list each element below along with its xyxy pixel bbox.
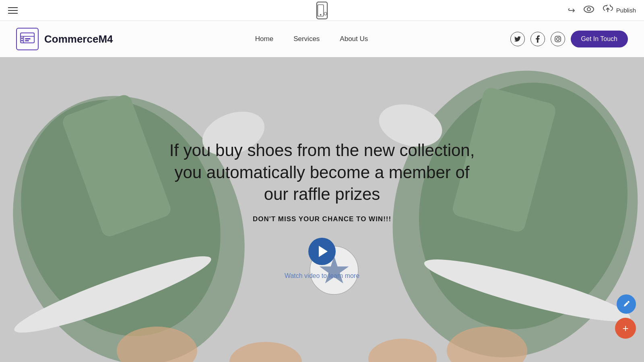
nav-about-us[interactable]: About Us: [340, 35, 368, 43]
hamburger-menu-icon[interactable]: [8, 7, 18, 14]
logo-icon: [16, 28, 39, 50]
site-logo: CommerceM4: [16, 28, 113, 50]
hero-content: If you buy shoes from the new collection…: [0, 21, 644, 362]
toolbar-center: [316, 2, 328, 19]
site-header: CommerceM4 Home Services About Us: [0, 21, 644, 57]
top-toolbar: ↩ Publish: [0, 0, 644, 21]
svg-rect-24: [25, 38, 30, 39]
svg-rect-25: [25, 40, 29, 41]
facebook-social-button[interactable]: [530, 32, 545, 46]
toolbar-right: ↩ Publish: [568, 5, 636, 16]
preview-eye-icon[interactable]: [583, 5, 594, 15]
svg-point-1: [320, 14, 321, 15]
svg-point-29: [556, 38, 559, 41]
instagram-social-button[interactable]: [551, 32, 565, 46]
publish-label: Publish: [616, 7, 636, 14]
watch-video-link[interactable]: Watch video to learn more: [285, 272, 359, 280]
svg-point-2: [584, 6, 594, 12]
hero-subheadline: DON'T MISS YOUR CHANCE TO WIN!!!: [253, 215, 391, 223]
svg-rect-26: [21, 37, 23, 39]
svg-rect-27: [21, 40, 23, 41]
svg-point-30: [559, 37, 560, 38]
nav-home[interactable]: Home: [255, 35, 273, 43]
cloud-upload-icon: [603, 5, 613, 16]
publish-button[interactable]: Publish: [603, 5, 636, 16]
site-logo-text: CommerceM4: [44, 33, 113, 45]
svg-rect-28: [555, 36, 561, 42]
svg-point-3: [587, 8, 590, 11]
get-in-touch-button[interactable]: Get In Touch: [571, 31, 628, 47]
undo-icon[interactable]: ↩: [568, 5, 575, 16]
edit-fab-button[interactable]: [617, 294, 636, 314]
toolbar-left: [8, 7, 18, 14]
add-fab-button[interactable]: +: [615, 318, 636, 339]
twitter-social-button[interactable]: [510, 32, 525, 46]
site-nav: Home Services About Us: [255, 35, 368, 43]
website-preview-area: CommerceM4 Home Services About Us: [0, 21, 644, 362]
hero-headline: If you buy shoes from the new collection…: [165, 140, 479, 206]
mobile-preview-icon[interactable]: [316, 2, 328, 19]
play-triangle-icon: [319, 246, 328, 257]
nav-services[interactable]: Services: [293, 35, 320, 43]
nav-right: Get In Touch: [510, 31, 628, 47]
play-video-button[interactable]: [308, 238, 336, 265]
